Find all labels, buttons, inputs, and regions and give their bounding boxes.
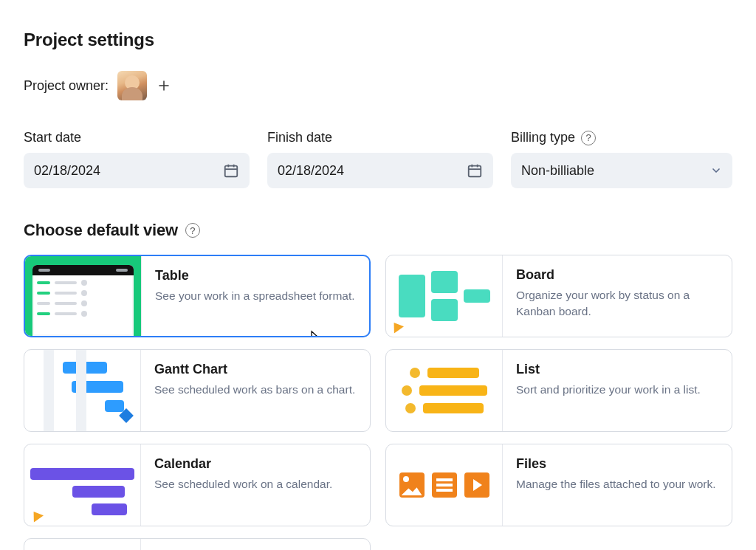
billing-type-select[interactable]: Non-billiable: [511, 153, 732, 188]
view-card-board[interactable]: Board Organize your work by status on a …: [385, 255, 732, 337]
view-card-title: Table: [155, 268, 356, 283]
document-file-icon: [432, 472, 457, 498]
view-card-title: Calendar: [154, 456, 357, 472]
finish-date-value: 02/18/2024: [278, 163, 344, 179]
help-icon[interactable]: ?: [581, 131, 596, 145]
add-owner-button[interactable]: [156, 78, 172, 94]
project-owner-row: Project owner:: [24, 71, 732, 100]
chevron-down-icon: [710, 165, 722, 176]
view-card-chart[interactable]: Chart: [24, 538, 371, 550]
finish-date-input[interactable]: 02/18/2024: [267, 153, 493, 188]
project-owner-avatar[interactable]: [117, 71, 147, 100]
image-file-icon: [399, 472, 425, 498]
view-card-desc: See scheduled work on a calendar.: [154, 476, 357, 492]
finish-date-label: Finish date: [267, 130, 332, 145]
view-card-files[interactable]: Files Manage the files attached to your …: [385, 444, 732, 526]
calendar-icon: [223, 162, 239, 179]
billing-type-field: Billing type ? Non-billiable: [511, 130, 732, 188]
view-card-desc: Sort and prioritize your work in a list.: [516, 382, 718, 398]
svg-rect-6: [469, 166, 481, 177]
start-date-field: Start date 02/18/2024: [24, 130, 250, 188]
view-card-desc: Manage the files attached to your work.: [516, 476, 718, 492]
files-thumb: [386, 444, 503, 526]
finish-date-field: Finish date 02/18/2024: [267, 130, 493, 188]
video-file-icon: [464, 472, 489, 498]
view-card-title: Files: [516, 456, 718, 472]
help-icon[interactable]: ?: [185, 223, 200, 238]
default-view-header: Choose default view ?: [24, 221, 732, 240]
page-title: Project settings: [24, 30, 732, 50]
billing-type-value: Non-billiable: [521, 163, 594, 179]
view-card-title: List: [516, 362, 718, 377]
chart-thumb: [24, 539, 141, 550]
gantt-thumb: [24, 350, 141, 431]
fields-row: Start date 02/18/2024 Finish date 02/18/…: [24, 130, 732, 188]
table-thumb: [25, 256, 142, 336]
calendar-icon: [467, 162, 483, 179]
plus-icon: [157, 79, 171, 92]
view-card-table[interactable]: Table See your work in a spreadsheet for…: [24, 255, 371, 337]
project-owner-label: Project owner:: [24, 78, 109, 94]
start-date-input[interactable]: 02/18/2024: [24, 153, 250, 188]
default-view-title: Choose default view: [24, 221, 178, 240]
list-thumb: [386, 350, 503, 431]
view-card-list[interactable]: List Sort and prioritize your work in a …: [385, 349, 732, 432]
view-cards-grid: Table See your work in a spreadsheet for…: [24, 255, 732, 550]
view-card-title: Board: [516, 267, 718, 283]
board-thumb: [386, 255, 503, 337]
view-card-desc: See scheduled work as bars on a chart.: [154, 382, 357, 398]
view-card-gantt[interactable]: Gantt Chart See scheduled work as bars o…: [24, 349, 371, 432]
billing-type-label: Billing type: [511, 130, 575, 145]
calendar-thumb: [24, 444, 141, 526]
start-date-label: Start date: [24, 130, 81, 145]
svg-rect-2: [225, 166, 238, 177]
start-date-value: 02/18/2024: [34, 163, 100, 179]
view-card-calendar[interactable]: Calendar See scheduled work on a calenda…: [24, 444, 371, 526]
view-card-title: Gantt Chart: [154, 362, 357, 377]
view-card-desc: Organize your work by status on a Kanban…: [516, 287, 718, 320]
view-card-desc: See your work in a spreadsheet format.: [155, 288, 356, 304]
